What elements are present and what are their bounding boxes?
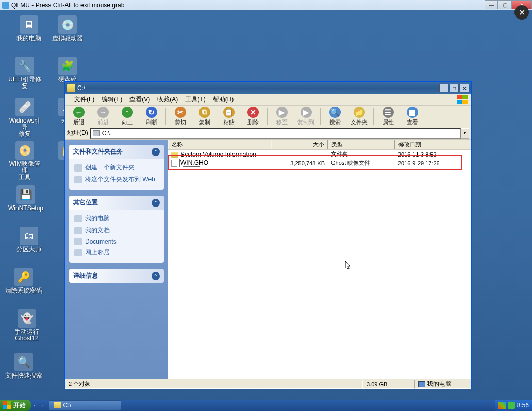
app-icon: 🔍 — [14, 353, 33, 371]
menu-item[interactable]: 查看(V) — [126, 95, 154, 104]
qemu-minimize-button[interactable]: — — [485, 0, 498, 9]
windows-flag-icon — [457, 95, 469, 105]
desktop-icon[interactable]: 🔧UEFI引导修复 — [6, 57, 43, 90]
link-icon — [74, 238, 82, 245]
menu-item[interactable]: 工具(T) — [181, 95, 209, 104]
start-button[interactable]: 开始 — [0, 400, 31, 411]
column-size[interactable]: 大小 — [271, 140, 328, 149]
copy-icon: ⧉ — [199, 107, 210, 118]
icon-label: UEFI引导修复 — [6, 76, 43, 90]
file-icon — [171, 160, 177, 167]
icon-label: 文件快速搜索 — [5, 372, 42, 379]
task-link[interactable]: Documents — [74, 236, 159, 247]
explorer-close-button[interactable]: ✕ — [460, 84, 469, 92]
desktop-icon[interactable]: 📀WIM映像管理工具 — [6, 141, 43, 181]
menu-item[interactable]: 文件(F) — [71, 95, 98, 104]
system-tray[interactable]: 8:56 — [495, 400, 532, 411]
views-button[interactable]: ▦查看 — [401, 106, 424, 127]
qemu-maximize-button[interactable]: ▢ — [498, 0, 511, 9]
clock[interactable]: 8:56 — [517, 402, 529, 409]
desktop-icon[interactable]: 🖥我的电脑 — [10, 15, 47, 42]
menu-item[interactable]: 帮助(H) — [209, 95, 238, 104]
menu-item[interactable]: 收藏(A) — [154, 95, 181, 104]
desktop-icon[interactable]: 💾WinNTSetup — [7, 185, 44, 212]
properties-icon: ☰ — [383, 107, 394, 118]
column-date[interactable]: 修改日期 — [395, 140, 471, 149]
address-input[interactable]: C:\ — [90, 128, 461, 139]
menu-item[interactable]: 编辑(E) — [98, 95, 126, 104]
link-icon — [74, 176, 82, 183]
address-dropdown-button[interactable]: ▼ — [461, 128, 469, 139]
app-icon: 🖥 — [20, 15, 38, 34]
up-icon: ↑ — [122, 107, 133, 118]
forward-button: →前进 — [91, 106, 114, 127]
up-button[interactable]: ↑向上 — [115, 106, 139, 127]
properties-button[interactable]: ☰属性 — [376, 106, 400, 127]
moveto-button: ▶移至 — [270, 106, 293, 127]
desktop[interactable]: 🖥我的电脑💿虚拟驱动器🔧UEFI引导修复🧩硬盘碎🩹Widnows引导修复☁云骑📀… — [0, 10, 532, 400]
status-location: 我的电脑 — [414, 380, 471, 389]
file-rows[interactable]: System Volume Information文件夹2016-11-3 8:… — [168, 150, 471, 379]
desktop-icon[interactable]: 🔍文件快速搜索 — [5, 353, 42, 379]
address-bar: 地址(D) C:\ ▼ — [65, 127, 471, 140]
icon-label: WIM映像管理工具 — [6, 161, 43, 181]
icon-label: 虚拟驱动器 — [49, 35, 86, 42]
taskbar-item-explorer[interactable]: C:\ — [49, 400, 121, 410]
column-type[interactable]: 类型 — [328, 140, 395, 149]
status-size: 3.09 GB — [363, 380, 414, 389]
app-icon: 💾 — [16, 185, 35, 204]
table-row[interactable]: System Volume Information文件夹2016-11-3 8:… — [168, 150, 471, 159]
overlay-close-icon[interactable]: ✕ — [514, 5, 529, 20]
task-link[interactable]: 网上邻居 — [74, 247, 159, 259]
explorer-body: 文件和文件夹任务⌃ 创建一个新文件夹将这个文件夹发布到 Web 其它位置⌃ 我的… — [65, 140, 471, 379]
app-icon: 🗂 — [20, 227, 38, 245]
computer-icon — [418, 381, 425, 387]
table-row[interactable]: WIN.GHO3,250,748 KBGhost 映像文件2016-9-29 1… — [168, 159, 471, 167]
icon-label: 分区大师 — [10, 246, 47, 253]
views-icon: ▦ — [407, 107, 418, 118]
refresh-icon: ↻ — [146, 107, 157, 118]
back-button[interactable]: ←后退 — [67, 106, 90, 127]
qemu-titlebar: QEMU - Press Ctrl-Alt to exit mouse grab… — [0, 0, 532, 10]
taskbox-details: 详细信息⌃ — [69, 269, 164, 283]
delete-button[interactable]: ✕删除 — [241, 106, 264, 127]
delete-icon: ✕ — [247, 107, 259, 118]
desktop-icon[interactable]: 🩹Widnows引导修复 — [6, 98, 43, 138]
task-link[interactable]: 创建一个新文件夹 — [74, 162, 159, 174]
paste-icon: 📋 — [223, 107, 235, 118]
copy-button[interactable]: ⧉复制 — [193, 106, 216, 127]
column-name[interactable]: 名称 — [168, 140, 271, 149]
link-icon — [74, 249, 82, 256]
folders-button[interactable]: 📁文件夹 — [347, 106, 371, 127]
task-link[interactable]: 将这个文件夹发布到 Web — [74, 174, 159, 185]
quicklaunch-item[interactable]: ▫ — [32, 400, 38, 410]
search-button[interactable]: 🔍搜索 — [323, 106, 346, 127]
address-label: 地址(D) — [67, 129, 88, 138]
explorer-maximize-button[interactable]: □ — [450, 84, 459, 92]
chevron-up-icon: ⌃ — [152, 272, 160, 280]
folder-icon — [67, 84, 75, 92]
explorer-minimize-button[interactable]: _ — [439, 84, 448, 92]
chevron-up-icon: ⌃ — [152, 199, 160, 207]
desktop-icon[interactable]: 🔑清除系统密码 — [5, 268, 42, 294]
task-link[interactable]: 我的文档 — [74, 225, 159, 236]
paste-button[interactable]: 📋粘贴 — [217, 106, 240, 127]
quicklaunch-item[interactable]: ▫ — [40, 400, 46, 410]
desktop-icon[interactable]: 👻手动运行Ghost12 — [8, 309, 45, 342]
task-link[interactable]: 我的电脑 — [74, 213, 159, 225]
icon-label: WinNTSetup — [7, 205, 44, 212]
explorer-titlebar[interactable]: C:\ _ □ ✕ — [65, 82, 471, 94]
desktop-icon[interactable]: 🧩硬盘碎 — [49, 57, 86, 83]
back-icon: ← — [73, 107, 85, 118]
cut-button[interactable]: ✂剪切 — [169, 106, 192, 127]
desktop-icon[interactable]: 💿虚拟驱动器 — [49, 15, 86, 42]
qemu-icon — [2, 2, 9, 9]
icon-label: 清除系统密码 — [5, 287, 42, 294]
task-pane: 文件和文件夹任务⌃ 创建一个新文件夹将这个文件夹发布到 Web 其它位置⌃ 我的… — [65, 140, 168, 379]
refresh-button[interactable]: ↻刷新 — [140, 106, 163, 127]
moveto-icon: ▶ — [276, 107, 288, 118]
tray-icon[interactable] — [508, 402, 515, 409]
toolbar: ←后退→前进↑向上↻刷新✂剪切⧉复制📋粘贴✕删除▶移至▶复制到🔍搜索📁文件夹☰属… — [65, 106, 471, 127]
tray-icon[interactable] — [498, 402, 506, 409]
desktop-icon[interactable]: 🗂分区大师 — [10, 227, 47, 253]
